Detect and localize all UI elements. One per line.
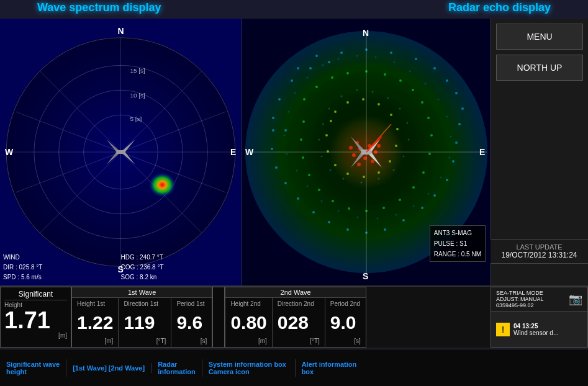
nav-info: HDG : 240.7 °T COG : 236.8 °T SOG : 8.2 … [121, 253, 164, 282]
wave2-group-label: 2nd Wave [225, 287, 365, 298]
annot-significant-wave: Significant wave height [0, 359, 66, 377]
svg-point-42 [446, 79, 448, 82]
alert-box[interactable]: ! 04 13:25 Wind sensor d... [491, 312, 587, 347]
svg-point-37 [340, 52, 343, 54]
svg-point-99 [325, 134, 328, 137]
svg-point-80 [332, 200, 334, 202]
annot-system-info: System information box Camera icon [202, 359, 296, 377]
radar-echo-label: Radar echo display [448, 1, 551, 14]
svg-point-153 [377, 144, 381, 148]
svg-point-127 [322, 123, 324, 125]
svg-point-154 [357, 163, 361, 166]
wave2-direction-cell: Direction 2nd 028 [°T] [273, 298, 325, 347]
svg-point-91 [396, 128, 399, 130]
significant-title: Significant [4, 290, 67, 300]
wave1-direction-value: 119 [124, 313, 166, 332]
svg-point-114 [449, 157, 451, 159]
svg-point-63 [315, 86, 318, 88]
svg-point-111 [438, 99, 440, 101]
svg-point-120 [357, 217, 359, 218]
significant-wave-panel: Significant Height 1.71 [m] [0, 287, 71, 348]
svg-point-123 [307, 186, 309, 187]
wind-label: WIND [3, 253, 42, 263]
svg-point-129 [341, 96, 343, 97]
cog: COG : 236.8 °T [121, 263, 164, 272]
svg-point-115 [440, 177, 442, 179]
significant-value: 1.71 [4, 308, 67, 332]
svg-point-67 [384, 73, 386, 76]
svg-point-90 [390, 114, 392, 116]
svg-point-49 [433, 194, 436, 197]
wave2-period-value: 9.0 [330, 313, 361, 332]
wave1-height-unit: [m] [77, 338, 113, 344]
svg-text:15 [s]: 15 [s] [130, 67, 145, 74]
svg-point-54 [346, 228, 349, 231]
north-up-button[interactable]: NORTH UP [496, 55, 583, 81]
svg-point-68 [399, 79, 402, 82]
radar-echo-display[interactable]: N S W E ANT3 S-MAG PULSE : S1 RANGE : 0.… [242, 19, 491, 285]
svg-point-87 [346, 101, 349, 104]
ant-label: ANT3 S-MAG [434, 228, 481, 238]
svg-point-51 [402, 219, 405, 222]
svg-point-60 [271, 148, 273, 150]
svg-point-133 [399, 108, 401, 110]
wave1-group-label: 1st Wave [72, 287, 212, 298]
svg-point-61 [272, 129, 274, 132]
wave1-direction-cell: Direction 1st 119 [°T] [119, 298, 171, 347]
sea-trial-code: 0359495-99.02 [496, 302, 544, 308]
svg-point-100 [330, 120, 332, 122]
significant-unit: [m] [4, 332, 67, 339]
svg-point-134 [407, 122, 409, 124]
wave2-height-unit: [m] [230, 338, 266, 344]
svg-point-55 [328, 221, 330, 223]
wave1-period-value: 9.6 [176, 313, 207, 332]
wave1-direction-label: Direction 1st [124, 300, 166, 307]
svg-point-141 [330, 169, 332, 171]
svg-text:10 [s]: 10 [s] [130, 92, 145, 99]
svg-point-121 [338, 210, 340, 212]
wind-info: WIND DIR : 025.8 °T SPD : 5.6 m/s [3, 253, 42, 282]
svg-point-105 [338, 58, 340, 60]
ant-pulse: PULSE : S1 [434, 238, 481, 249]
svg-point-102 [294, 92, 296, 94]
svg-point-16 [148, 173, 176, 197]
svg-text:5 [s]: 5 [s] [130, 115, 142, 122]
wind-spd: SPD : 5.6 m/s [3, 272, 42, 282]
svg-point-122 [321, 200, 323, 202]
svg-point-126 [284, 135, 286, 137]
wave2-period-label: Period 2nd [330, 300, 361, 307]
svg-point-128 [328, 108, 330, 110]
alert-warning-icon: ! [496, 323, 510, 336]
last-update-value: 19/OCT/2012 13:31:24 [497, 251, 582, 259]
svg-point-131 [372, 91, 374, 93]
hdg: HDG : 240.7 °T [121, 253, 164, 263]
svg-point-84 [300, 138, 302, 141]
svg-point-56 [312, 211, 315, 213]
svg-point-101 [288, 111, 290, 113]
svg-point-73 [428, 153, 431, 155]
wave1-group: 1st Wave Height 1st 1.22 [m] Direction 1… [71, 287, 212, 348]
wave1-height-label: Height 1st [77, 300, 113, 307]
wave-spectrum-label: Wave spectrum display [37, 1, 161, 14]
sea-trial-box: SEA-TRIAL MODE ADJUST: MANUAL 0359495-99… [491, 287, 587, 312]
svg-point-118 [396, 214, 397, 216]
svg-point-77 [382, 207, 385, 209]
svg-point-50 [421, 207, 423, 209]
wave2-direction-label: Direction 2nd [278, 300, 320, 307]
camera-icon[interactable]: 📷 [569, 292, 582, 306]
last-update-label: LAST UPDATE [497, 243, 582, 251]
menu-button[interactable]: MENU [496, 24, 583, 50]
wave-spectrum-display[interactable]: 5 [s] 10 [s] 15 [s] N S W E WIND DIR : 0… [0, 19, 242, 285]
svg-point-33 [272, 117, 274, 119]
svg-point-125 [286, 153, 288, 155]
svg-text:N: N [118, 26, 124, 36]
svg-point-75 [412, 186, 415, 189]
svg-point-124 [296, 170, 298, 172]
wave1-period-label: Period 1st [176, 300, 207, 307]
svg-point-130 [356, 89, 358, 91]
svg-point-59 [275, 166, 278, 169]
alert-message: Wind sensor d... [513, 330, 558, 336]
svg-point-107 [375, 56, 377, 58]
bottom-annotation-bar: Significant wave height [1st Wave] [2nd … [0, 349, 588, 386]
svg-text:S: S [363, 271, 368, 281]
